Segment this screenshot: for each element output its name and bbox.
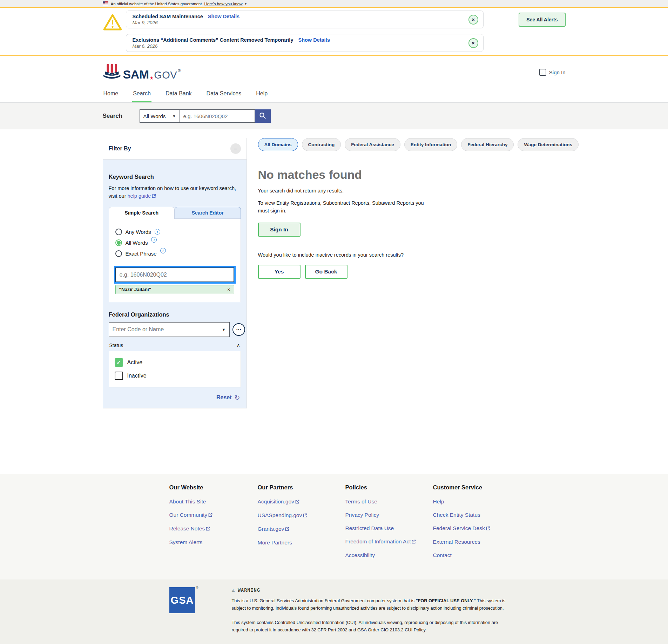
nav-item-search[interactable]: Search xyxy=(132,87,151,102)
keyword-search-input[interactable] xyxy=(115,267,234,282)
search-icon xyxy=(259,112,266,121)
footer-link-contact[interactable]: Contact xyxy=(433,552,524,558)
gsa-registered-mark: ® xyxy=(196,586,198,589)
domain-pill-federal-hierarchy[interactable]: Federal Hierarchy xyxy=(461,138,514,151)
search-band: Search All Words ▼ xyxy=(0,103,668,129)
footer-col-heading: Our Website xyxy=(169,484,258,491)
chevron-up-icon[interactable]: ∧ xyxy=(237,343,240,348)
sign-in-button[interactable]: Sign In xyxy=(258,223,301,237)
gsa-logo: GSA ® xyxy=(169,587,195,640)
domain-pill-federal-assistance[interactable]: Federal Assistance xyxy=(345,138,400,151)
status-options-box: ✓ Active Inactive xyxy=(109,351,241,387)
alert-date: Mar 6, 2026 xyxy=(133,43,462,49)
search-button[interactable] xyxy=(255,109,271,123)
checkbox-inactive-label: Inactive xyxy=(127,373,147,379)
warning-paragraph-2: This system contains Controlled Unclassi… xyxy=(232,619,512,633)
help-guide-link[interactable]: help guide xyxy=(128,193,151,199)
warning-block: ⚠ WARNING This is a U.S. General Service… xyxy=(232,587,512,640)
show-details-link[interactable]: Show Details xyxy=(208,14,239,19)
footer-link-terms-of-use[interactable]: Terms of Use xyxy=(345,499,433,505)
go-back-button[interactable]: Go Back xyxy=(305,265,348,279)
footer-col-our-partners: Our Partners Acquisition.gov USASpending… xyxy=(258,484,345,565)
header-sign-in[interactable]: ← Sign In xyxy=(539,69,566,76)
main-content: Filter By − Keyword Search For more info… xyxy=(103,129,566,474)
search-mode-value: All Words xyxy=(143,113,166,119)
footer-link-privacy-policy[interactable]: Privacy Policy xyxy=(345,512,433,518)
show-details-link[interactable]: Show Details xyxy=(298,37,330,43)
sign-in-label: Sign In xyxy=(549,69,566,75)
reset-refresh-icon[interactable]: ↻ xyxy=(235,394,240,401)
info-icon[interactable]: i xyxy=(151,237,157,243)
see-all-alerts-button[interactable]: See All Alerts xyxy=(519,13,565,27)
radio-all-words[interactable] xyxy=(115,239,122,246)
footer-link-foia[interactable]: Freedom of Information Act xyxy=(345,538,433,545)
domain-pill-all-domains[interactable]: All Domains xyxy=(258,138,298,151)
svg-text:★: ★ xyxy=(108,72,110,75)
radio-exact-phrase[interactable] xyxy=(115,250,122,257)
search-mode-select[interactable]: All Words ▼ xyxy=(140,109,180,123)
banner-text: An official website of the United States… xyxy=(111,2,202,6)
external-link-icon xyxy=(412,539,416,545)
logo-gov-text: GOV xyxy=(154,69,177,81)
site-header: ★★★ SAM ★ GOV ® ← Sign In xyxy=(0,56,668,87)
footer-col-our-website: Our Website About This Site Our Communit… xyxy=(169,484,258,565)
footer-link-more-partners[interactable]: More Partners xyxy=(258,540,345,546)
filter-by-title: Filter By xyxy=(109,145,131,152)
top-search-input[interactable] xyxy=(180,109,255,123)
footer-link-accessibility[interactable]: Accessibility xyxy=(345,552,433,558)
close-icon[interactable]: × xyxy=(468,15,478,25)
checkbox-inactive[interactable] xyxy=(115,372,123,380)
ellipsis-button[interactable]: ⋯ xyxy=(232,323,245,336)
info-icon[interactable]: i xyxy=(155,229,160,235)
svg-text:★: ★ xyxy=(111,73,113,75)
footer-link-grants-gov[interactable]: Grants.gov xyxy=(258,526,345,533)
us-flag-icon xyxy=(103,1,108,6)
uncle-sam-hat-icon: ★★★ xyxy=(103,63,121,81)
results-section: All Domains Contracting Federal Assistan… xyxy=(258,138,579,279)
footer-col-heading: Our Partners xyxy=(258,484,345,491)
domain-pill-entity-information[interactable]: Entity Information xyxy=(404,138,458,151)
footer-link-federal-service-desk[interactable]: Federal Service Desk xyxy=(433,525,524,532)
footer-col-policies: Policies Terms of Use Privacy Policy Res… xyxy=(345,484,433,565)
chip-remove-icon[interactable]: × xyxy=(227,287,230,292)
nav-item-home[interactable]: Home xyxy=(103,87,119,102)
nav-item-help[interactable]: Help xyxy=(255,87,268,102)
domain-pill-wage-determinations[interactable]: Wage Determinations xyxy=(518,138,579,151)
federal-orgs-input[interactable] xyxy=(109,322,230,337)
footer-link-check-entity-status[interactable]: Check Entity Status xyxy=(433,512,524,518)
footer-link-acquisition-gov[interactable]: Acquisition.gov xyxy=(258,499,345,505)
tab-search-editor[interactable]: Search Editor xyxy=(175,207,241,219)
footer-link-release-notes[interactable]: Release Notes xyxy=(169,526,258,532)
keyword-chip-text: "Nazir Jailani" xyxy=(119,287,151,292)
chevron-down-icon[interactable]: ▾ xyxy=(245,2,247,6)
close-icon[interactable]: × xyxy=(468,38,478,48)
sam-gov-logo[interactable]: ★★★ SAM ★ GOV ® xyxy=(103,63,181,81)
footer-link-usaspending-gov[interactable]: USASpending.gov xyxy=(258,512,345,519)
domain-pill-contracting[interactable]: Contracting xyxy=(302,138,341,151)
caret-down-icon: ▼ xyxy=(173,114,176,118)
footer-link-system-alerts[interactable]: System Alerts xyxy=(169,539,258,545)
radio-all-words-label: All Words xyxy=(126,240,148,246)
footer-link-our-community[interactable]: Our Community xyxy=(169,512,258,518)
reset-link[interactable]: Reset xyxy=(216,394,232,401)
footer-link-restricted-data-use[interactable]: Restricted Data Use xyxy=(345,525,433,531)
nav-item-data-bank[interactable]: Data Bank xyxy=(165,87,193,102)
radio-any-words[interactable] xyxy=(115,229,122,235)
footer-link-external-resources[interactable]: External Resources xyxy=(433,539,524,545)
checkbox-active[interactable]: ✓ xyxy=(115,358,123,367)
footer-link-help[interactable]: Help xyxy=(433,499,524,505)
external-link-icon xyxy=(208,512,212,518)
sign-in-note: To view Entity Registrations, Subcontrac… xyxy=(258,199,430,215)
yes-button[interactable]: Yes xyxy=(258,265,301,279)
heres-how-link[interactable]: Here’s how you know xyxy=(204,2,242,6)
footer-link-about-this-site[interactable]: About This Site xyxy=(169,499,258,505)
alert-warning-icon xyxy=(103,11,126,33)
svg-text:★: ★ xyxy=(114,72,116,75)
nav-item-data-services[interactable]: Data Services xyxy=(206,87,242,102)
logo-registered-mark: ® xyxy=(178,68,181,73)
info-icon[interactable]: i xyxy=(160,248,166,253)
radio-exact-phrase-label: Exact Phrase xyxy=(126,251,157,257)
collapse-minus-icon[interactable]: − xyxy=(230,143,241,154)
warning-icon: ⚠ xyxy=(232,587,235,593)
tab-simple-search[interactable]: Simple Search xyxy=(109,207,175,219)
